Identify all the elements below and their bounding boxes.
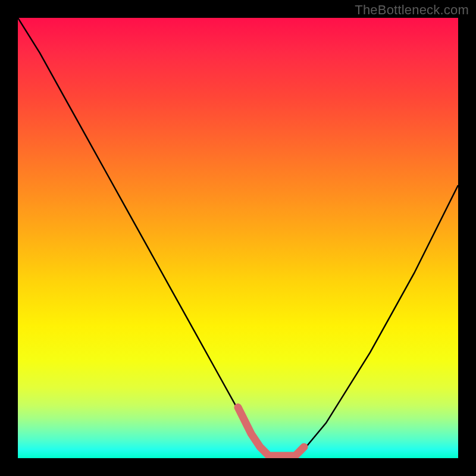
accent-layer [18,18,458,458]
plot-area [18,18,458,458]
watermark-text: TheBottleneck.com [355,2,469,18]
chart-frame: TheBottleneck.com [0,0,476,476]
accent-segment [238,408,304,456]
